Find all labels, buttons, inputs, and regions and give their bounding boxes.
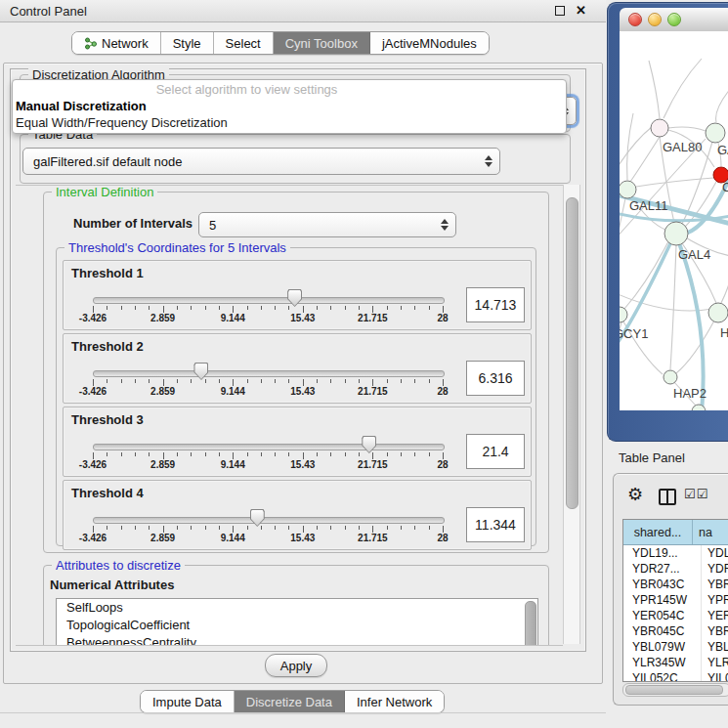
slider-thumb[interactable] [250, 509, 265, 527]
network-window-titlebar[interactable] [620, 8, 728, 32]
table-data-combo[interactable]: galFiltered.sif default node [22, 148, 500, 175]
table-horizontal-scrollbar[interactable] [622, 683, 728, 697]
algorithm-option-manual[interactable]: Manual Discretization [13, 98, 566, 114]
cell-shared-name[interactable]: YPR145W [623, 592, 702, 608]
table-row[interactable]: YBR043CYBR0 [623, 577, 728, 592]
network-node-GCY1[interactable] [620, 307, 627, 322]
tab-impute-data[interactable]: Impute Data [141, 691, 235, 712]
checkbox-columns-icon[interactable]: ☑☑ [684, 487, 708, 501]
threshold-panel: Threshold 2-3.4262.8599.14415.4321.71528… [63, 333, 532, 404]
number-of-intervals-label: Number of Intervals [73, 216, 193, 231]
settings-vertical-scrollbar[interactable] [563, 185, 580, 644]
cell-shared-name[interactable]: YER054C [623, 608, 702, 623]
table-row[interactable]: YLR345WYLR3 [623, 655, 728, 670]
tab-label: Cyni Toolbox [285, 36, 358, 51]
slider-track[interactable] [93, 517, 445, 524]
table-row[interactable]: YBR045CYBR0 [623, 623, 728, 639]
tab-network[interactable]: Network [72, 32, 161, 54]
threshold-value-field[interactable]: 14.713 [466, 287, 525, 322]
cell-name[interactable]: YDL1 [702, 545, 728, 561]
cell-name[interactable]: YPR1 [702, 592, 728, 608]
cell-shared-name[interactable]: YLR345W [623, 655, 702, 670]
column-header-shared[interactable]: shared... [623, 520, 693, 544]
scrollbar-thumb[interactable] [625, 685, 723, 695]
tab-label: Impute Data [152, 695, 222, 709]
cell-name[interactable]: YIL0 [702, 670, 728, 682]
network-node-label: GA [717, 143, 728, 157]
slider-track[interactable] [93, 444, 445, 450]
cell-shared-name[interactable]: YDL19... [623, 545, 702, 561]
network-edge [649, 61, 660, 118]
algorithm-option-equal-width[interactable]: Equal Width/Frequency Discretization [13, 114, 566, 131]
table-panel: ⚙ ☑☑ shared... na YDL19...YDL1YDR27...YD… [613, 473, 728, 706]
network-node-H-partial[interactable] [708, 303, 728, 322]
attribute-list-item[interactable]: BetweennessCentrality [57, 634, 537, 646]
network-edge [620, 127, 652, 170]
cell-name[interactable]: YLR3 [702, 655, 728, 670]
slider-tick-labels: -3.4262.8599.14415.4321.71528 [93, 533, 443, 544]
cell-name[interactable]: YBR0 [702, 623, 728, 639]
numerical-attributes-label: Numerical Attributes [50, 578, 174, 592]
tab-discretize-data[interactable]: Discretize Data [235, 691, 345, 712]
table-row[interactable]: YBL079WYBL0 [623, 639, 728, 655]
cell-shared-name[interactable]: YBL079W [623, 639, 702, 655]
thresholds-group-title: Threshold's Coordinates for 5 Intervals [64, 240, 290, 255]
tab-infer-network[interactable]: Infer Network [345, 691, 444, 712]
tab-jactivemnodules[interactable]: jActiveMNodules [370, 32, 489, 54]
attribute-list-item[interactable]: SelfLoops [57, 599, 537, 617]
network-canvas[interactable]: GAL80GACGAL11GAL4GCY1HHAP2 [620, 31, 728, 410]
mac-zoom-icon[interactable] [667, 13, 681, 26]
split-columns-icon[interactable] [659, 489, 676, 505]
threshold-value-field[interactable]: 11.344 [466, 507, 525, 542]
network-canvas-svg: GAL80GACGAL11GAL4GCY1HHAP2 [620, 31, 728, 410]
table-row[interactable]: YDR27...YDR2 [623, 561, 728, 577]
attribute-list-item[interactable]: TopologicalCoefficient [57, 617, 537, 634]
gear-icon[interactable]: ⚙ [627, 486, 643, 503]
tab-style[interactable]: Style [161, 32, 214, 54]
network-node-label: H [720, 325, 728, 340]
slider-thumb[interactable] [287, 289, 302, 307]
slider-track[interactable] [93, 370, 445, 377]
slider-track[interactable] [93, 297, 445, 304]
network-node-HAP2[interactable] [664, 370, 677, 384]
slider-thumb[interactable] [193, 363, 208, 380]
network-node-label: GAL11 [629, 198, 668, 213]
network-node-GA-partial[interactable] [706, 123, 725, 143]
tab-cyni-toolbox[interactable]: Cyni Toolbox [274, 32, 370, 54]
network-node-GAL80[interactable] [651, 119, 668, 137]
table-row[interactable]: YER054CYER0 [623, 608, 728, 623]
algorithm-dropdown-popup: Select algorithm to view settings Manual… [12, 79, 567, 134]
threshold-value-field[interactable]: 6.316 [466, 361, 525, 396]
cell-shared-name[interactable]: YBR045C [623, 623, 702, 639]
cell-name[interactable]: YBR0 [702, 577, 728, 592]
apply-button[interactable]: Apply [265, 654, 327, 677]
tab-select[interactable]: Select [214, 32, 274, 54]
table-row[interactable]: YPR145WYPR1 [623, 592, 728, 608]
network-node-GAL4[interactable] [664, 222, 688, 245]
close-icon[interactable]: ✕ [576, 6, 586, 16]
table-panel-title: Table Panel [619, 450, 685, 465]
numerical-attributes-list: SelfLoopsTopologicalCoefficientBetweenne… [56, 598, 538, 646]
cell-name[interactable]: YDR2 [702, 561, 728, 577]
tab-label: Select [226, 36, 261, 51]
threshold-value-field[interactable]: 21.4 [466, 434, 525, 469]
number-of-intervals-combo[interactable]: 5 [198, 212, 456, 237]
slider-thumb[interactable] [362, 436, 376, 453]
column-header-name[interactable]: na [693, 520, 728, 544]
cell-shared-name[interactable]: YDR27... [623, 561, 702, 577]
cell-shared-name[interactable]: YBR043C [623, 577, 702, 592]
mac-minimize-icon[interactable] [648, 13, 662, 26]
float-window-icon[interactable] [555, 6, 565, 16]
attributes-list-scrollbar[interactable] [525, 601, 536, 646]
scrollbar-thumb[interactable] [566, 197, 578, 509]
table-row[interactable]: YIL052CYIL0 [623, 670, 728, 682]
table-row[interactable]: YDL19...YDL1 [623, 545, 728, 561]
tab-label: Infer Network [357, 695, 432, 709]
threshold-panel: Threshold 3-3.4262.8599.14415.4321.71528… [63, 407, 532, 477]
mac-close-icon[interactable] [628, 13, 642, 26]
panel-title: Control Panel [10, 4, 87, 19]
cell-name[interactable]: YER0 [702, 608, 728, 623]
cell-name[interactable]: YBL0 [702, 639, 728, 655]
network-node-GAL11[interactable] [620, 181, 636, 198]
cell-shared-name[interactable]: YIL052C [623, 670, 702, 682]
